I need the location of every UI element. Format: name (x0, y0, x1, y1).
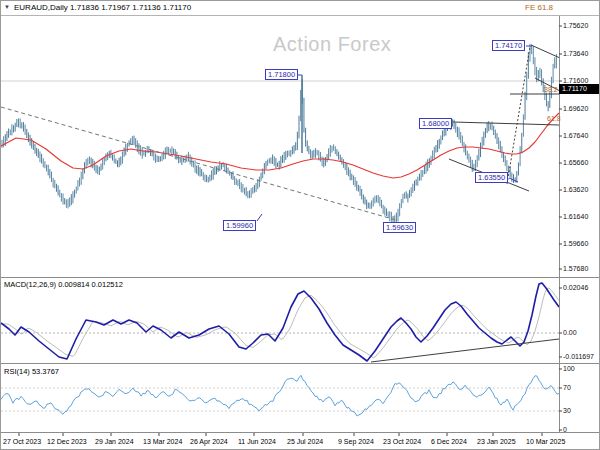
price-annotation-174170[interactable]: 1.74170 (492, 40, 525, 51)
price-annotation-159630[interactable]: 1.59630 (383, 222, 416, 233)
title-bar: ▼ EURAUD,Daily 1.71836 1.71967 1.71136 1… (1, 1, 599, 16)
symbol-ohlc-title: EURAUD,Daily 1.71836 1.71967 1.71136 1.7… (14, 3, 191, 12)
price-annotation-159960[interactable]: 1.59960 (223, 220, 256, 231)
price-annotation-171800[interactable]: 1.71800 (265, 69, 298, 80)
price-annotation-168000[interactable]: 1.68000 (419, 118, 452, 129)
chart-canvas[interactable] (1, 1, 600, 450)
price-annotation-163550[interactable]: 1.63550 (475, 172, 508, 183)
fe-retracement-label: FE 61.8 (525, 3, 553, 12)
chart-window: ▼ EURAUD,Daily 1.71836 1.71967 1.71136 1… (0, 0, 600, 450)
collapse-triangle-icon[interactable]: ▼ (4, 4, 10, 10)
